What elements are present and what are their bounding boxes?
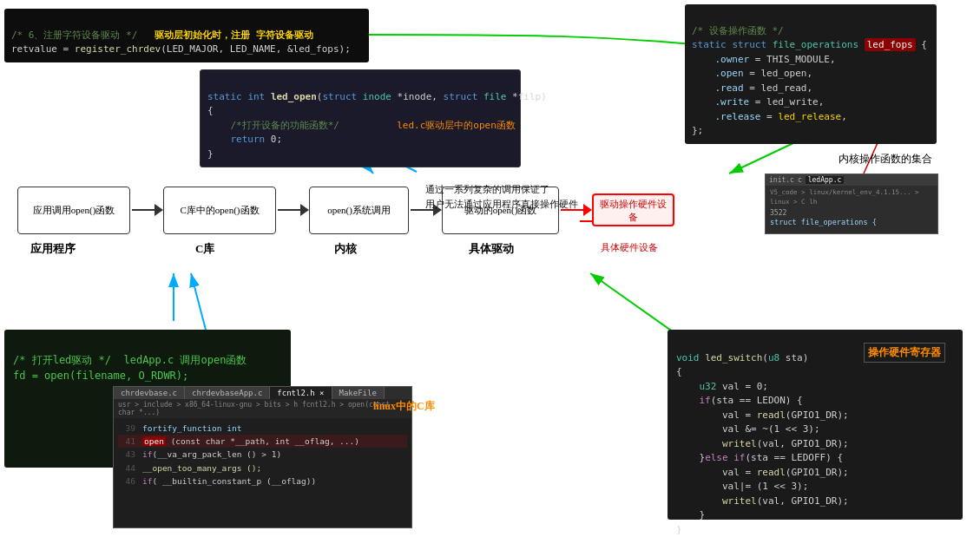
tab-makefile[interactable]: MakeFile [332,387,385,399]
ide-body: V5_code > linux/kernel_env_4.1.15... > l… [766,186,937,231]
flow-box-app: 应用调用open()函数 [17,187,130,234]
code-file-operations: /* 设备操作函数 */ static struct file_operatio… [685,4,937,144]
red-box-hardware: 驱动操作硬件设备 [592,193,674,226]
flow-label-clib: C库 [195,241,214,257]
ide-tab-ledapp: ledApp.c [806,176,845,184]
ide-path: V5_code > linux/kernel_env_4.1.15... > l… [770,188,933,206]
editor-line-46: 46 if ( __builtin_constant_p (__oflag)) [118,475,407,488]
ide-inset: init.c c ledApp.c V5_code > linux/kernel… [765,174,938,234]
tab-chrdevbaseapp[interactable]: chrdevbaseApp.c [185,387,270,399]
kernel-ops-label: 内核操作函数的集合 [839,152,932,167]
ide-tab-init: init.c [769,176,794,184]
ide-line-num: 3522 [770,208,933,218]
ide-tab-c: c [798,176,802,184]
annotation-linux-clib: linux中的C库 [373,399,435,414]
editor-tabs: chrdevbase.c chrdevbaseApp.c fcntl2.h × … [114,387,411,399]
editor-code: 39 fortify_function int 41 open (const c… [114,418,411,491]
editor-line-43: 43 if (__va_arg_pack_len () > 1) [118,448,407,461]
ide-struct-text: struct file_operations { [770,218,933,228]
editor-path: usr > include > x86_64-linux-gnu > bits … [114,399,411,418]
flow-label-kernel: 内核 [334,241,357,257]
tab-chrdevbase[interactable]: chrdevbase.c [114,387,185,399]
red-box-sublabel: 具体硬件设备 [601,241,658,254]
flow-box-clib: C库中的open()函数 [163,187,276,234]
flow-box-kernel: open()系统调用 [309,187,409,234]
editor-line-44: 44 __open_too_many_args (); [118,462,407,475]
annotation-complex-calls: 通过一系列复杂的调用保证了 用户无法通过应用程序直接操作硬件 [425,182,578,211]
flow-label-app: 应用程序 [30,241,76,257]
ide-titlebar: init.c c ledApp.c [766,174,937,186]
flow-label-driver: 具体驱动 [469,241,514,257]
code-fcntl-editor: chrdevbase.c chrdevbaseApp.c fcntl2.h × … [113,386,412,528]
annotation-hw-register: 操作硬件寄存器 [864,343,945,363]
editor-line-39: 39 fortify_function int [118,422,407,435]
code-register-chrdev: /* 6、注册字符设备驱动 */ 驱动层初始化时，注册 字符设备驱动 retva… [4,9,369,62]
tab-fcntl[interactable]: fcntl2.h × [270,387,332,399]
code-led-open: static int led_open(struct inode *inode,… [200,69,521,167]
editor-line-41: 41 open (const char *__path, int __oflag… [118,435,407,448]
